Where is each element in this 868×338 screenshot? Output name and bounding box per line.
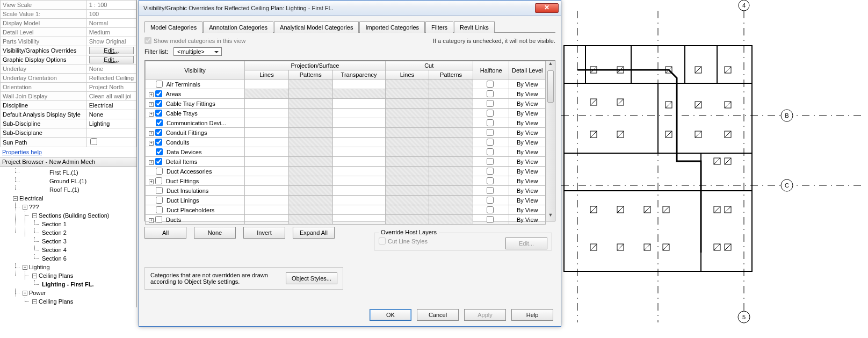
category-checkbox[interactable] [156, 187, 163, 194]
category-checkbox[interactable] [155, 100, 162, 107]
prop-value[interactable]: Show Original [86, 37, 136, 46]
override-cell[interactable] [245, 186, 289, 196]
expand-icon[interactable]: − [32, 274, 37, 278]
tab-imported-categories[interactable]: Imported Categories [359, 21, 425, 33]
override-cell[interactable] [288, 176, 332, 186]
expand-icon[interactable]: + [149, 141, 154, 146]
tree-unknown[interactable]: ??? [29, 204, 39, 210]
override-cell[interactable] [429, 176, 473, 186]
override-cell[interactable] [429, 167, 473, 176]
tab-analytical-model-categories[interactable]: Analytical Model Categories [274, 21, 359, 33]
expand-icon[interactable]: + [149, 102, 154, 107]
override-cell[interactable] [288, 215, 332, 225]
override-cell[interactable] [332, 99, 385, 109]
table-row[interactable]: Data DevicesBy View [146, 147, 546, 157]
category-checkbox[interactable] [155, 110, 162, 117]
expand-icon[interactable]: + [149, 112, 154, 117]
tree-item[interactable]: Section 4 [40, 246, 136, 254]
all-button[interactable]: All [144, 227, 186, 239]
override-cell[interactable] [288, 80, 332, 89]
tree-item[interactable]: Section 1 [40, 220, 136, 228]
table-row[interactable]: Duct PlaceholdersBy View [146, 205, 546, 215]
override-cell[interactable] [429, 128, 473, 138]
override-cell[interactable] [332, 215, 385, 225]
category-checkbox[interactable] [156, 148, 163, 155]
category-checkbox[interactable] [156, 119, 163, 126]
detail-level[interactable]: By View [509, 167, 546, 176]
detail-level[interactable]: By View [509, 205, 546, 215]
expand-icon[interactable]: + [149, 92, 154, 97]
expand-icon[interactable]: + [149, 131, 154, 136]
detail-level[interactable]: By View [509, 89, 546, 99]
scroll-down-icon[interactable]: ▼ [546, 212, 555, 221]
override-cell[interactable] [288, 196, 332, 205]
override-cell[interactable] [332, 118, 385, 128]
properties-help-link[interactable]: Properties help [0, 147, 136, 157]
table-row[interactable]: Communication Devi...By View [146, 118, 546, 128]
prop-value[interactable]: 1 : 100 [86, 1, 136, 10]
override-cell[interactable] [429, 196, 473, 205]
table-row[interactable]: + Duct FittingsBy View [146, 176, 546, 186]
override-cell[interactable] [429, 186, 473, 196]
override-cell[interactable] [429, 157, 473, 167]
override-cell[interactable] [332, 138, 385, 147]
filter-list-select[interactable]: <multiple> [173, 47, 222, 56]
override-cell[interactable] [385, 205, 429, 215]
override-cell[interactable] [332, 186, 385, 196]
prop-value[interactable]: Clean all wall joi [86, 92, 136, 101]
override-cell[interactable] [332, 196, 385, 205]
expand-icon[interactable]: − [23, 265, 27, 270]
prop-value[interactable]: Reflected Ceiling [86, 74, 136, 83]
tab-filters[interactable]: Filters [425, 21, 453, 33]
override-cell[interactable] [332, 205, 385, 215]
prop-value[interactable]: None [86, 110, 136, 119]
override-cell[interactable] [385, 157, 429, 167]
halftone-checkbox[interactable] [487, 197, 494, 204]
override-cell[interactable] [429, 147, 473, 157]
tree-current-view[interactable]: Lighting - First FL. [42, 281, 94, 287]
override-cell[interactable] [245, 128, 289, 138]
override-cell[interactable] [245, 138, 289, 147]
override-cell[interactable] [288, 147, 332, 157]
tab-model-categories[interactable]: Model Categories [144, 21, 202, 33]
prop-value[interactable]: Normal [86, 19, 136, 28]
expand-icon[interactable]: + [149, 218, 154, 223]
halftone-checkbox[interactable] [487, 148, 494, 155]
prop-value[interactable]: Medium [86, 28, 136, 37]
table-scrollbar[interactable]: ▲ ▼ [546, 61, 555, 221]
table-row[interactable]: + Detail ItemsBy View [146, 157, 546, 167]
detail-level[interactable]: By View [509, 138, 546, 147]
override-cell[interactable] [332, 128, 385, 138]
tab-annotation-categories[interactable]: Annotation Categories [203, 21, 273, 33]
category-checkbox[interactable] [155, 129, 162, 136]
override-cell[interactable] [385, 99, 429, 109]
category-checkbox[interactable] [156, 197, 163, 204]
halftone-checkbox[interactable] [487, 81, 494, 88]
tree-lighting[interactable]: Lighting [29, 264, 50, 270]
detail-level[interactable]: By View [509, 109, 546, 118]
detail-level[interactable]: By View [509, 99, 546, 109]
object-styles-button[interactable]: Object Styles... [286, 272, 337, 284]
project-browser-tree[interactable]: First FL.(1)Ground FL.(1)Roof FL.(1) −El… [0, 167, 136, 307]
override-cell[interactable] [385, 80, 429, 89]
tree-ceiling-plans-2[interactable]: Ceiling Plans [39, 298, 73, 305]
halftone-checkbox[interactable] [487, 139, 494, 146]
expand-icon[interactable]: + [149, 160, 154, 165]
override-cell[interactable] [245, 147, 289, 157]
override-cell[interactable] [332, 109, 385, 118]
halftone-checkbox[interactable] [487, 216, 494, 223]
help-button[interactable]: Help [511, 309, 553, 321]
prop-checkbox[interactable] [90, 138, 97, 145]
drawing-canvas[interactable]: 4 B C 5 [561, 0, 868, 338]
prop-value[interactable]: Electrical [86, 101, 136, 110]
detail-level[interactable]: By View [509, 118, 546, 128]
expand-icon[interactable]: − [32, 299, 37, 304]
expand-icon[interactable]: − [23, 291, 27, 296]
detail-level[interactable]: By View [509, 176, 546, 186]
override-cell[interactable] [245, 109, 289, 118]
prop-value[interactable]: Project North [86, 83, 136, 92]
detail-level[interactable]: By View [509, 186, 546, 196]
scroll-up-icon[interactable]: ▲ [546, 61, 555, 69]
tree-item[interactable]: First FL.(1) [20, 168, 136, 177]
override-cell[interactable] [245, 215, 289, 225]
